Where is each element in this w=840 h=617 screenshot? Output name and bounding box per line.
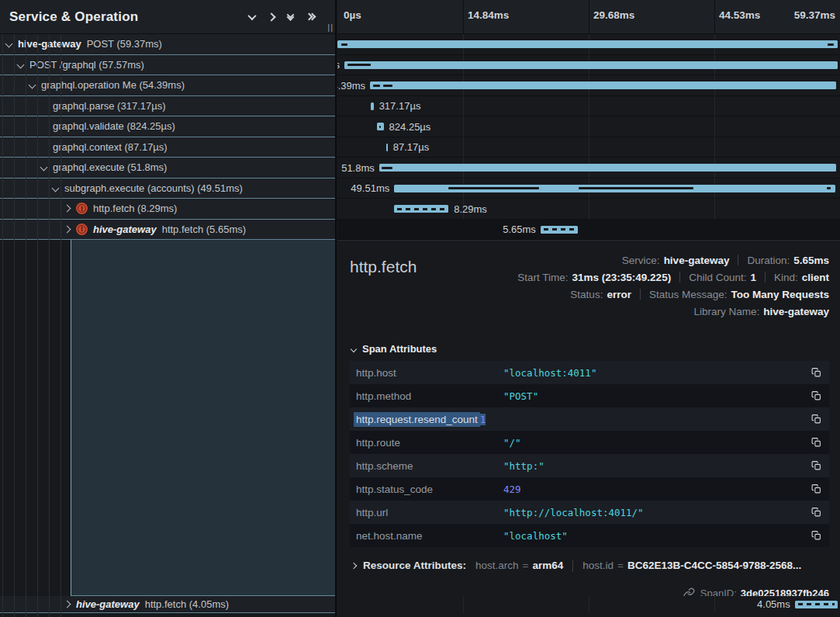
span-tree-row[interactable]: hive-gateway http.fetch (4.05ms) — [0, 596, 335, 614]
span-bar[interactable] — [541, 226, 578, 234]
attribute-row[interactable]: http.method "POST" — [350, 384, 829, 407]
span-tree-row[interactable]: POST /graphql (57.57ms) — [0, 55, 335, 76]
span-duration-label: 8.29ms — [454, 203, 487, 215]
attribute-row[interactable]: http.request.resend_count 1 — [350, 407, 829, 431]
copy-button[interactable] — [811, 507, 821, 518]
span-bar[interactable] — [795, 601, 838, 608]
copy-button[interactable] — [811, 437, 821, 448]
tree-chevron-icon[interactable] — [29, 81, 36, 89]
tree-chevron-icon[interactable] — [5, 40, 13, 48]
attribute-row[interactable]: http.scheme "http:" — [350, 454, 829, 477]
expand-one-icon[interactable] — [267, 12, 275, 21]
span-bar[interactable] — [386, 144, 388, 151]
tree-chevron-icon[interactable] — [17, 61, 25, 68]
copy-button[interactable] — [811, 390, 821, 401]
link-icon[interactable] — [683, 588, 695, 596]
waterfall-row[interactable] — [337, 34, 840, 55]
resource-value: arm64 — [532, 560, 563, 571]
waterfall-row[interactable]: 824.25µs — [337, 116, 840, 137]
waterfall-row[interactable]: 4.05ms — [337, 596, 840, 614]
span-tree-row[interactable]: hive-gateway http.fetch (5.65ms) — [0, 220, 335, 241]
tree-chevron-icon[interactable] — [64, 225, 71, 233]
resource-attributes-row[interactable]: Resource Attributes: host.arch=arm64host… — [351, 560, 829, 572]
child-span-mark — [827, 187, 831, 189]
span-tree-row[interactable]: hive-gateway POST (59.37ms) — [0, 34, 335, 55]
meta-divider — [765, 272, 766, 283]
child-span-mark — [373, 85, 380, 87]
span-bar[interactable] — [377, 123, 383, 130]
span-tree-row[interactable]: graphql.context (87.17µs) — [0, 137, 335, 158]
trace-viewer: Service & Operation || hive-gateway POST… — [0, 0, 840, 617]
copy-button[interactable] — [811, 460, 821, 471]
tree-chevron-icon[interactable] — [52, 184, 60, 192]
span-tree-row[interactable]: graphql.execute (51.8ms) — [0, 158, 335, 179]
span-duration-label: 54.39ms — [337, 80, 365, 92]
span-tree-row[interactable]: graphql.operation Me (54.39ms) — [0, 75, 335, 96]
waterfall-row[interactable]: 49.51ms — [337, 179, 840, 199]
expand-all-icon[interactable] — [306, 14, 315, 19]
collapse-one-icon[interactable] — [247, 11, 256, 19]
waterfall-row[interactable]: 317.17µs — [337, 96, 840, 117]
waterfall-row[interactable]: 54.39ms — [337, 75, 840, 96]
copy-icon — [811, 484, 821, 494]
error-icon — [76, 203, 88, 214]
meta-value: hive-gateway — [763, 306, 829, 317]
span-bar[interactable] — [394, 185, 835, 192]
span-duration-label: 5.65ms — [503, 224, 536, 235]
chevron-down-icon — [351, 345, 357, 352]
tree-chevron-icon[interactable] — [64, 205, 71, 213]
meta-value: 5.65ms — [793, 255, 829, 266]
tree-chevron-icon[interactable] — [40, 164, 48, 172]
span-bar[interactable] — [344, 61, 838, 69]
bottom-timeline-row: 4.05ms — [337, 596, 840, 614]
span-duration-label: 87.17µs — [393, 141, 430, 153]
meta-label: Status: — [570, 289, 603, 300]
span-bar[interactable] — [337, 40, 838, 48]
span-duration-label: 49.51ms — [351, 182, 389, 194]
span-duration-label: 4.05ms — [757, 598, 790, 610]
span-bar[interactable] — [394, 205, 448, 213]
ruler-tick: 29.68ms — [593, 9, 634, 21]
waterfall-row[interactable]: 51.8ms — [337, 158, 840, 179]
operation-label: graphql.context (87.17µs) — [53, 141, 168, 153]
span-attributes-header[interactable]: Span Attributes — [351, 343, 829, 355]
span-tree-row[interactable]: subgraph.execute (accounts) (49.51ms) — [0, 179, 335, 199]
waterfall-row[interactable]: 5.65ms — [337, 220, 840, 241]
ruler-tick: 59.37ms — [794, 9, 835, 21]
waterfall-row[interactable]: 57.57ms — [337, 55, 840, 76]
resource-key: host.arch — [475, 560, 519, 571]
panel-resize-handle[interactable]: || — [327, 23, 334, 32]
copy-icon — [811, 437, 821, 448]
copy-button[interactable] — [811, 414, 821, 425]
waterfall-row[interactable]: 87.17µs — [337, 137, 840, 158]
span-tree-row[interactable]: graphql.validate (824.25µs) — [0, 116, 335, 137]
span-id-value: 3de02518937fb246 — [741, 588, 829, 596]
span-bar[interactable] — [379, 164, 836, 172]
waterfall-row[interactable]: 8.29ms — [337, 199, 840, 220]
tree-chevron-icon[interactable] — [64, 600, 71, 608]
copy-button[interactable] — [811, 484, 821, 494]
attribute-row[interactable]: http.host "localhost:4011" — [350, 361, 829, 384]
copy-button[interactable] — [811, 530, 821, 541]
attribute-row[interactable]: http.url "http://localhost:4011/" — [350, 501, 829, 524]
copy-icon — [811, 530, 821, 541]
span-bar[interactable] — [371, 102, 374, 110]
service-name: hive-gateway — [76, 598, 140, 610]
copy-button[interactable] — [811, 367, 821, 378]
attribute-row[interactable]: http.route "/" — [350, 431, 829, 454]
span-meta-line: Status:errorStatus Message:Too Many Requ… — [517, 286, 829, 303]
span-bar[interactable] — [370, 81, 836, 89]
attribute-key: http.host — [356, 367, 503, 379]
timeline-panel: 0µs14.84ms29.68ms44.53ms59.37ms 57.57ms … — [337, 0, 840, 617]
collapse-all-icon[interactable] — [288, 13, 293, 21]
span-tree-row[interactable]: graphql.parse (317.17µs) — [0, 96, 335, 117]
resource-attributes-title: Resource Attributes: — [363, 560, 466, 571]
meta-divider — [679, 272, 680, 283]
attribute-row[interactable]: http.status_code 429 — [350, 477, 829, 501]
span-tree-row[interactable]: http.fetch (8.29ms) — [0, 199, 335, 220]
grid-line — [714, 0, 715, 33]
attribute-row[interactable]: net.host.name "localhost" — [350, 524, 829, 547]
attribute-key: http.request.resend_count — [354, 412, 480, 427]
span-meta-line: Service:hive-gatewayDuration:5.65ms — [517, 251, 829, 269]
grid-line — [589, 0, 589, 33]
